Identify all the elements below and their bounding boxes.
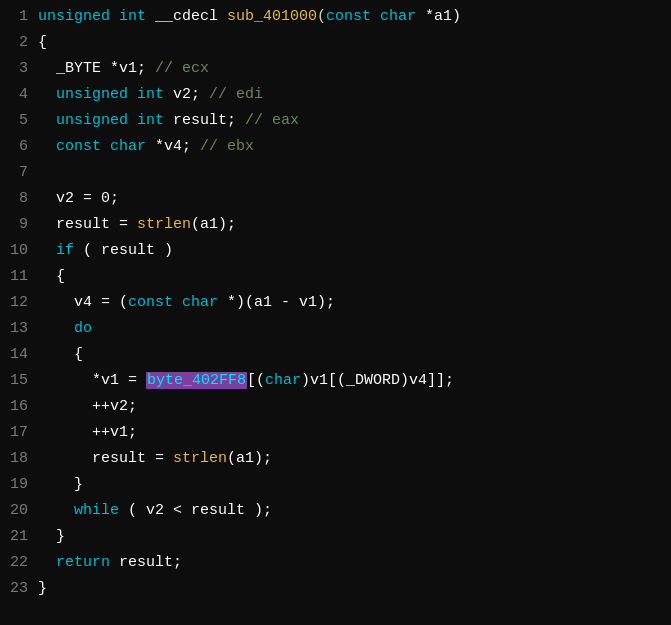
line-number: 16 [0,394,28,420]
code-line: 3 _BYTE *v1; // ecx [0,56,671,82]
code-line: 21 } [0,524,671,550]
token [38,138,56,155]
line-content: return result; [38,550,182,576]
line-content: result = strlen(a1); [38,446,272,472]
line-number: 21 [0,524,28,550]
token: int [119,8,146,25]
token: // ebx [200,138,254,155]
code-line: 22 return result; [0,550,671,576]
line-content: while ( v2 < result ); [38,498,272,524]
token: *v4; [146,138,200,155]
token: const [56,138,110,155]
token: *)(a1 - v1); [218,294,335,311]
token: byte_402FF8 [146,372,247,389]
token: _BYTE *v1; [38,60,155,77]
token: *v1 = [38,372,146,389]
line-content: } [38,472,83,498]
code-line: 15 *v1 = byte_402FF8[(char)v1[(_DWORD)v4… [0,368,671,394]
line-content: unsigned int __cdecl sub_401000(const ch… [38,4,461,30]
line-content: ++v1; [38,420,137,446]
code-line: 23} [0,576,671,602]
token: // edi [209,86,263,103]
token [38,242,56,259]
token: { [38,34,47,51]
token: strlen [173,450,227,467]
token: result; [110,554,182,571]
code-line: 4 unsigned int v2; // edi [0,82,671,108]
code-line: 14 { [0,342,671,368]
token [38,554,56,571]
line-number: 5 [0,108,28,134]
token [38,320,74,337]
line-number: 3 [0,56,28,82]
token: )v1[(_DWORD)v4]]; [301,372,454,389]
code-line: 19 } [0,472,671,498]
token: { [38,346,83,363]
line-content: v2 = 0; [38,186,119,212]
line-content: { [38,342,83,368]
token: unsigned [56,112,137,129]
token: ( v2 < result ); [119,502,272,519]
line-number: 13 [0,316,28,342]
token: __cdecl [146,8,227,25]
token: result; [164,112,245,129]
token: ( result ) [74,242,173,259]
token: ++v1; [38,424,137,441]
code-line: 2{ [0,30,671,56]
code-line: 17 ++v1; [0,420,671,446]
code-line: 8 v2 = 0; [0,186,671,212]
token [38,86,56,103]
line-number: 22 [0,550,28,576]
line-content: } [38,576,47,602]
line-content: ++v2; [38,394,137,420]
token [38,502,74,519]
token: (a1); [191,216,236,233]
token: ++v2; [38,398,137,415]
code-container: 1unsigned int __cdecl sub_401000(const c… [0,0,671,625]
line-number: 1 [0,4,28,30]
token: int [137,112,164,129]
token: const [128,294,182,311]
line-content: { [38,30,47,56]
token: const [326,8,380,25]
token: } [38,476,83,493]
token: ( [317,8,326,25]
token: [( [247,372,265,389]
token: sub_401000 [227,8,317,25]
token: result = [38,450,173,467]
code-line: 18 result = strlen(a1); [0,446,671,472]
token: unsigned [38,8,119,25]
token: // eax [245,112,299,129]
token: char [380,8,416,25]
line-content: result = strlen(a1); [38,212,236,238]
code-line: 7 [0,160,671,186]
token: do [74,320,92,337]
line-content: if ( result ) [38,238,173,264]
line-number: 9 [0,212,28,238]
token: result = [38,216,137,233]
line-number: 6 [0,134,28,160]
token: } [38,580,47,597]
line-content: unsigned int result; // eax [38,108,299,134]
line-number: 20 [0,498,28,524]
token: return [56,554,110,571]
line-content: { [38,264,65,290]
line-number: 14 [0,342,28,368]
line-content: v4 = (const char *)(a1 - v1); [38,290,335,316]
code-line: 1unsigned int __cdecl sub_401000(const c… [0,4,671,30]
token: int [137,86,164,103]
line-number: 8 [0,186,28,212]
code-line: 20 while ( v2 < result ); [0,498,671,524]
token: if [56,242,74,259]
token: *a1) [416,8,461,25]
token: unsigned [56,86,137,103]
token: { [38,268,65,285]
line-number: 2 [0,30,28,56]
line-content: } [38,524,65,550]
code-line: 11 { [0,264,671,290]
code-line: 5 unsigned int result; // eax [0,108,671,134]
token: (a1); [227,450,272,467]
line-content: unsigned int v2; // edi [38,82,263,108]
token: // ecx [155,60,209,77]
line-content: _BYTE *v1; // ecx [38,56,209,82]
